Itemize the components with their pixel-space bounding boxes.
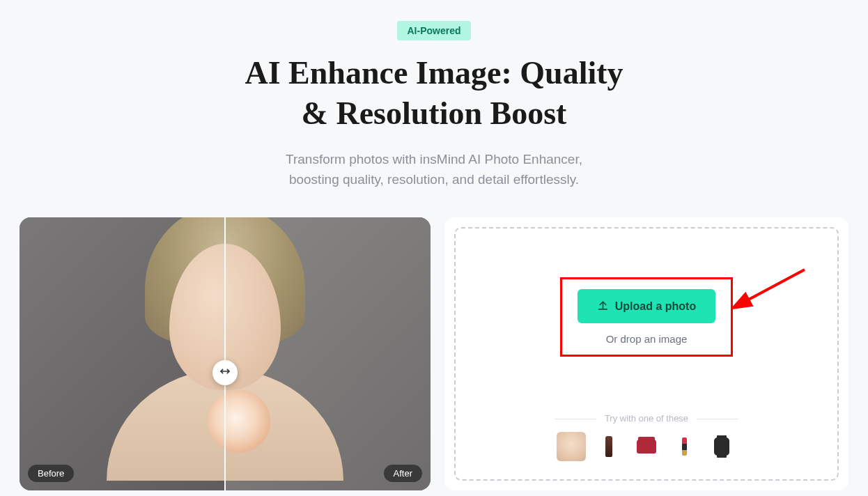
- sample-row: [470, 432, 823, 461]
- upload-center: Upload a photo Or drop an image: [560, 277, 733, 357]
- subtitle-line-2: boosting quality, resolution, and detail…: [289, 172, 579, 187]
- upload-button-label: Upload a photo: [615, 300, 696, 313]
- upload-photo-button[interactable]: Upload a photo: [578, 289, 715, 323]
- samples-heading: Try with one of these: [470, 413, 823, 424]
- sample-thumb-lipstick[interactable]: [669, 432, 699, 461]
- comparison-slider-handle[interactable]: [212, 360, 238, 385]
- sample-thumb-bag[interactable]: [632, 432, 661, 461]
- page-subtitle: Transform photos with insMind AI Photo E…: [20, 150, 848, 189]
- title-line-2: & Resolution Boost: [302, 95, 567, 131]
- upload-panel: Upload a photo Or drop an image: [444, 217, 848, 490]
- arrows-horizontal-icon: [219, 366, 231, 380]
- comparison-divider: [224, 217, 226, 490]
- annotation-arrow-icon: [732, 265, 809, 314]
- after-label: After: [384, 465, 422, 482]
- page-container: AI-Powered AI Enhance Image: Quality & R…: [0, 0, 868, 490]
- content-row: Before After Upload a photo: [20, 217, 848, 490]
- title-line-1: AI Enhance Image: Quality: [245, 55, 623, 91]
- before-after-comparison[interactable]: Before After: [20, 217, 431, 490]
- ai-powered-badge: AI-Powered: [397, 21, 470, 40]
- sample-thumb-face[interactable]: [557, 432, 586, 461]
- drop-zone[interactable]: Upload a photo Or drop an image: [454, 227, 839, 481]
- subtitle-line-1: Transform photos with insMind AI Photo E…: [286, 152, 582, 166]
- upload-icon: [597, 299, 609, 313]
- header-section: AI-Powered AI Enhance Image: Quality & R…: [20, 21, 848, 189]
- sample-thumb-watch[interactable]: [707, 432, 736, 461]
- sample-thumb-bottle[interactable]: [594, 432, 623, 461]
- svg-line-0: [745, 270, 805, 302]
- sample-images-section: Try with one of these: [470, 413, 823, 461]
- drop-image-text: Or drop an image: [578, 333, 715, 345]
- before-label: Before: [28, 465, 74, 482]
- page-title: AI Enhance Image: Quality & Resolution B…: [20, 53, 848, 133]
- annotation-highlight-box: Upload a photo Or drop an image: [560, 277, 733, 357]
